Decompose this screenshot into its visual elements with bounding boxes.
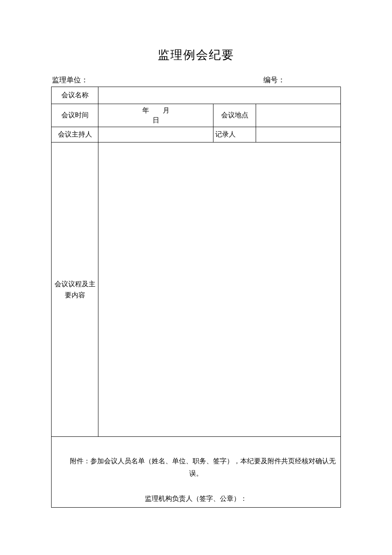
date-line1: 年 月 — [98, 106, 213, 115]
attachment-end: 误。 — [189, 470, 203, 477]
meeting-place-value — [256, 104, 341, 127]
attachment-line: 附件：参加会议人员名单（姓名、单位、职务、签字），本纪要及附件共页经核对确认无 — [55, 455, 337, 468]
agenda-label-line1: 会议议程及主 — [55, 280, 95, 288]
agenda-label: 会议议程及主 要内容 — [52, 142, 98, 437]
form-table: 会议名称 会议时间 年 月 日 会议地点 会议主持人 记录人 会议议程及主 要内… — [51, 87, 341, 508]
row-agenda: 会议议程及主 要内容 — [52, 142, 341, 437]
agenda-label-line2: 要内容 — [65, 291, 85, 299]
org-label: 监理单位： — [52, 75, 263, 85]
meeting-place-label: 会议地点 — [213, 104, 256, 127]
row-meeting-name: 会议名称 — [52, 87, 341, 104]
document-title: 监理例会纪要 — [51, 47, 341, 63]
footer-cell: 附件：参加会议人员名单（姓名、单位、职务、签字），本纪要及附件共页经核对确认无 … — [52, 437, 341, 508]
row-host: 会议主持人 记录人 — [52, 127, 341, 142]
document-page: 监理例会纪要 监理单位： 编号： 会议名称 会议时间 年 月 日 会议地点 会议… — [0, 0, 392, 508]
date-line2: 日 — [98, 116, 213, 125]
meeting-time-label: 会议时间 — [52, 104, 98, 127]
row-meeting-time: 会议时间 年 月 日 会议地点 — [52, 104, 341, 127]
number-label: 编号： — [263, 75, 340, 85]
meeting-time-value: 年 月 日 — [98, 104, 213, 127]
meeting-name-value — [98, 87, 341, 104]
host-value — [98, 127, 213, 142]
agenda-value — [98, 142, 341, 437]
host-label: 会议主持人 — [52, 127, 98, 142]
header-row: 监理单位： 编号： — [51, 75, 341, 85]
footer-content: 附件：参加会议人员名单（姓名、单位、职务、签字），本纪要及附件共页经核对确认无 … — [52, 439, 340, 505]
sign-line: 监理机构负责人（签字、公章）： — [55, 493, 337, 505]
recorder-label: 记录人 — [213, 127, 256, 142]
recorder-value — [256, 127, 341, 142]
meeting-name-label: 会议名称 — [52, 87, 98, 104]
row-footer: 附件：参加会议人员名单（姓名、单位、职务、签字），本纪要及附件共页经核对确认无 … — [52, 437, 341, 508]
